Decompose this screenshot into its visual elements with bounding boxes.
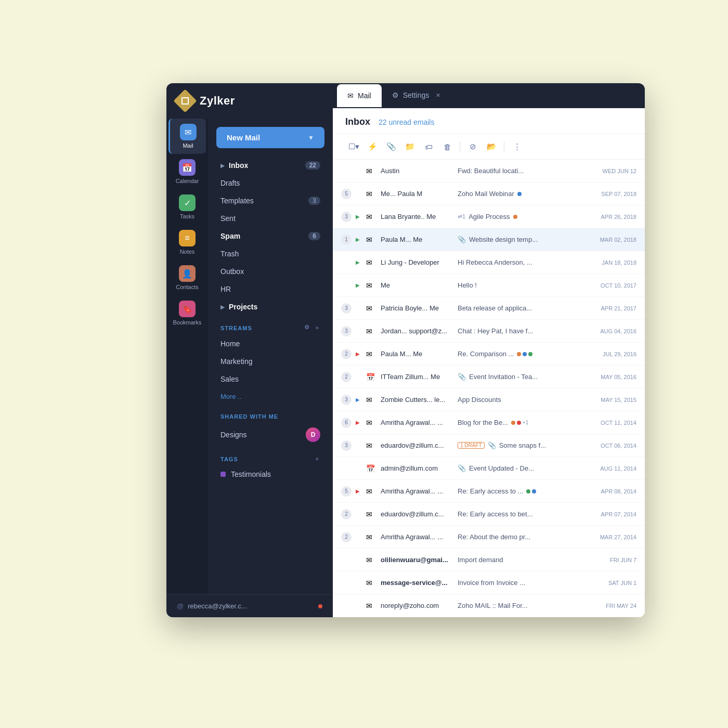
email-date: MAY 15, 2015: [601, 397, 636, 403]
thread-count: 2: [341, 372, 352, 382]
filter-button[interactable]: ⚡: [364, 138, 381, 155]
folder-item-trash[interactable]: Trash: [208, 245, 333, 263]
email-row[interactable]: 6 ▶ ✉ Amritha Agrawal... ... Blog for th…: [333, 411, 645, 434]
tag-button[interactable]: 🏷: [420, 138, 437, 155]
stream-label-home: Home: [220, 340, 240, 348]
email-avatar: ✉: [366, 556, 376, 564]
sidebar-item-calendar[interactable]: 📅 Calendar: [168, 154, 205, 189]
email-date: JUL 29, 2016: [603, 351, 636, 357]
block-button[interactable]: ⊘: [464, 138, 481, 155]
folder-item-drafts[interactable]: Drafts: [208, 174, 333, 192]
user-account[interactable]: @ rebecca@zylker.c...: [177, 602, 247, 610]
tab-settings[interactable]: ⚙ Settings ✕: [382, 83, 453, 108]
email-preview: Hello !: [458, 281, 592, 289]
folder-button[interactable]: 📁: [401, 138, 418, 155]
thread-count: 3: [341, 303, 352, 314]
color-dot: [532, 489, 536, 493]
email-row[interactable]: 3 ▶ ✉ eduardov@zillum.c... 1 DRAFT📎 Some…: [333, 434, 645, 457]
email-preview: Re: Early access to bet...: [458, 510, 593, 518]
email-row[interactable]: ▶ ✉ olilienwuaru@gmai... Import demand F…: [333, 549, 645, 571]
folder-count-inbox: 22: [305, 161, 320, 170]
email-row[interactable]: 2 ▶ ✉ Amritha Agrawal... ... Re: About t…: [333, 526, 645, 549]
folder-item-spam[interactable]: Spam 6: [208, 227, 333, 245]
email-row[interactable]: ▶ ✉ noreply@zoho.com Zoho MAIL :: Mail F…: [333, 594, 645, 617]
thread-count-empty: [341, 257, 352, 268]
folder-item-projects[interactable]: ▶Projects: [208, 298, 333, 316]
email-preview: Blog for the Be... +1: [458, 419, 592, 426]
tab-mail[interactable]: ✉ Mail: [337, 84, 382, 107]
bookmarks-icon: 🔖: [179, 301, 196, 317]
folder-label-hr: HR: [220, 285, 231, 293]
inbox-title: Inbox: [345, 116, 370, 127]
folder-item-hr[interactable]: HR: [208, 280, 333, 298]
color-dots: [517, 192, 522, 196]
preview-text: Re: About the demo pr...: [458, 533, 530, 541]
inbox-header: Inbox 22 unread emails: [333, 108, 645, 134]
email-row[interactable]: ▶ 📅 admin@zillum.com 📎 Event Updated - D…: [333, 457, 645, 480]
email-date: OCT 10, 2017: [601, 282, 636, 289]
email-row[interactable]: 5 ▶ ✉ Me... Paula M Zoho Mail Webinar SE…: [333, 183, 645, 205]
more-streams-link[interactable]: More ..: [208, 388, 333, 405]
stream-item-marketing[interactable]: Marketing: [208, 353, 333, 370]
sender-name: admin@zillum.com: [381, 464, 453, 472]
delete-button[interactable]: 🗑: [439, 138, 456, 155]
stream-item-home[interactable]: Home: [208, 335, 333, 353]
folder-item-outbox[interactable]: Outbox: [208, 263, 333, 280]
shared-item-designs[interactable]: Designs D: [208, 423, 333, 447]
folder-item-templates[interactable]: Templates 3: [208, 192, 333, 210]
streams-add-icon[interactable]: ＋: [314, 324, 320, 332]
preview-text: Some snaps f...: [499, 441, 546, 449]
email-avatar: ✉: [366, 602, 376, 610]
email-row[interactable]: 2 ▶ ✉ Paula M... Me Re. Comparison ... J…: [333, 343, 645, 366]
email-row[interactable]: ▶ ✉ Me Hello ! OCT 10, 2017: [333, 274, 645, 297]
email-row[interactable]: 2 ▶ ✉ eduardov@zillum.c... Re: Early acc…: [333, 503, 645, 526]
email-row[interactable]: 5 ▶ ✉ Amritha Agrawal... ... Re: Early a…: [333, 480, 645, 503]
streams-settings-icon[interactable]: ⚙: [304, 324, 310, 332]
sidebar-item-bookmarks[interactable]: 🔖 Bookmarks: [168, 295, 205, 331]
calendar-icon: 📅: [179, 159, 196, 176]
email-row[interactable]: ▶ ✉ Austin Fwd: Beautiful locati... WED …: [333, 160, 645, 183]
preview-text: Event Updated - De...: [469, 464, 534, 472]
folder-list: ▶Inbox 22Drafts Templates 3Sent Spam 6Tr…: [208, 157, 333, 316]
folder-item-inbox[interactable]: ▶Inbox 22: [208, 157, 333, 174]
email-row[interactable]: ▶ ✉ Li Jung - Developer Hi Rebecca Ander…: [333, 251, 645, 274]
preview-text: Agile Process: [469, 213, 510, 220]
stream-item-sales[interactable]: Sales: [208, 370, 333, 388]
tags-add-icon[interactable]: ＋: [314, 455, 320, 463]
more-button[interactable]: ⋮: [509, 138, 525, 155]
toolbar-separator: [460, 141, 460, 152]
tag-item-testimonials[interactable]: Testimonials: [208, 466, 333, 483]
email-preview: Chat : Hey Pat, I have f...: [458, 327, 592, 335]
attachment-filter-button[interactable]: 📎: [383, 138, 399, 155]
move-button[interactable]: 📂: [483, 138, 500, 155]
sidebar-item-tasks[interactable]: ✓ Tasks: [168, 189, 205, 225]
new-mail-button[interactable]: New Mail ▼: [216, 127, 324, 148]
email-avatar: ✉: [366, 258, 376, 267]
email-row[interactable]: 3 ▶ ✉ Zombie Cutters... le... App Discou…: [333, 388, 645, 411]
chevron-down-icon: ▼: [308, 134, 314, 141]
email-row[interactable]: ▶ ✉ message-service@... Invoice from Inv…: [333, 571, 645, 594]
sender-name: olilienwuaru@gmai...: [381, 556, 453, 564]
notification-dot: [318, 604, 322, 608]
email-avatar: ✉: [366, 327, 376, 335]
checkbox-button[interactable]: ☐▾: [345, 138, 362, 155]
chevron-icon: ▶: [220, 304, 225, 310]
app-title: Zylker: [200, 94, 235, 108]
tab-close-button[interactable]: ✕: [433, 90, 443, 100]
email-row[interactable]: 3 ▶ ✉ Jordan... support@z... Chat : Hey …: [333, 320, 645, 343]
sidebar-item-mail[interactable]: ✉ Mail: [168, 119, 205, 154]
email-row[interactable]: 3 ▶ ✉ Lana Bryante.. Me ⇌1 Agile Process…: [333, 205, 645, 228]
sidebar-item-notes[interactable]: ≡ Notes: [168, 225, 205, 260]
attachment-icon: 📎: [458, 236, 466, 243]
email-row[interactable]: 3 ▶ ✉ Patricia Boyle... Me Beta release …: [333, 297, 645, 320]
email-row[interactable]: 1 ▶ ✉ Paula M... Me 📎 Website design tem…: [333, 228, 645, 251]
email-date: APR 21, 2017: [601, 305, 637, 311]
color-dot: [517, 421, 521, 425]
email-date: SEP 07, 2018: [601, 191, 636, 197]
color-dots: +1: [511, 420, 528, 425]
email-row[interactable]: 2 ▶ 📅 ITTeam Zillum... Me 📎 Event Invita…: [333, 366, 645, 388]
email-date: OCT 06, 2014: [601, 443, 636, 449]
email-preview: Invoice from Invoice ...: [458, 579, 600, 587]
sidebar-item-contacts[interactable]: 👤 Contacts: [168, 260, 205, 295]
folder-item-sent[interactable]: Sent: [208, 210, 333, 227]
